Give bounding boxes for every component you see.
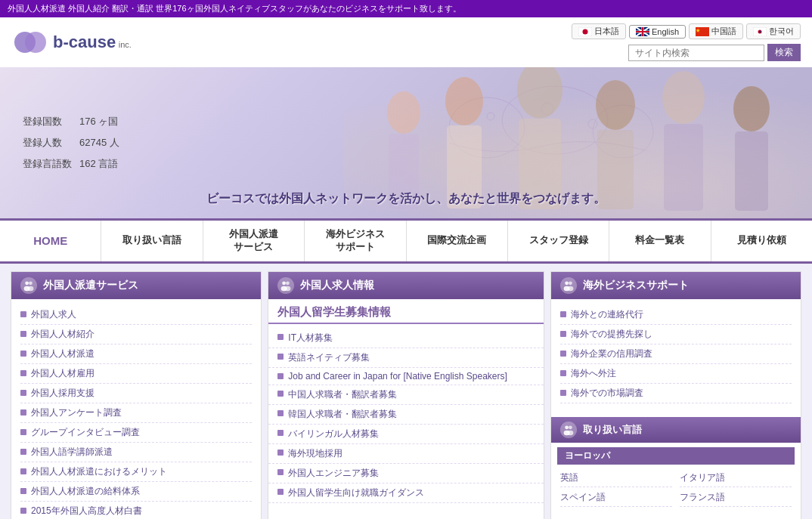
col-bizsupp-body: 海外との連絡代行 海外での提携先探し 海外企業の信用調査 海外へ外注 海外での市… (551, 299, 801, 409)
header: b-cause inc. 日本語 (0, 17, 812, 67)
flag-jp (578, 27, 592, 36)
nav-pricing[interactable]: 料金一覧表 (609, 221, 711, 261)
hero-text: ビーコスでは外国人ネットワークを活かし、あなたと世界をつなげます。 (206, 191, 606, 207)
col-right: 海外ビジネスサポート 海外との連絡代行 海外での提携先探し 海外企業の信用調査 … (550, 271, 801, 519)
search-input[interactable] (628, 45, 764, 61)
header-right: 日本語 English (572, 23, 801, 61)
mid-section-title: 外国人留学生募集情報 (268, 299, 543, 324)
svg-point-45 (567, 286, 573, 291)
nav-home[interactable]: HOME (0, 221, 101, 261)
lang-kr[interactable]: 한국어 (746, 23, 801, 39)
svg-rect-10 (636, 31, 649, 32)
col-dispatch-header: 外国人派遣サービス (11, 272, 261, 299)
svg-point-37 (27, 286, 33, 291)
lang-cn[interactable]: 中国語 (689, 23, 743, 39)
col-bizsupp-header: 海外ビジネスサポート (551, 272, 801, 299)
svg-point-24 (445, 77, 483, 125)
mid-list-item[interactable]: 中国人求職者・翻訳者募集 (268, 385, 543, 405)
svg-point-3 (582, 29, 587, 34)
lang-grid: 英語 イタリア語 スペイン語 フランス語 (551, 468, 801, 508)
mid-list-item[interactable]: 海外現地採用 (268, 444, 543, 464)
mid-list-item[interactable]: 英語ネイティブ募集 (268, 348, 543, 368)
lang-item[interactable]: 英語 (560, 469, 672, 487)
list-item[interactable]: 外国人人材雇用 (20, 364, 252, 384)
main-content: 外国人派遣サービス 外国人求人 外国人人材紹介 外国人人材派遣 外国人人材雇用 … (0, 264, 812, 519)
stat-row-people: 登録人数 62745 人 (23, 132, 127, 153)
svg-point-42 (565, 281, 569, 285)
list-item[interactable]: 外国人人材紹介 (20, 325, 252, 344)
svg-point-22 (387, 91, 420, 134)
svg-rect-31 (664, 124, 703, 211)
region-title: ヨーロッパ (557, 447, 795, 465)
lang-bar: 日本語 English (572, 23, 801, 39)
flag-en (636, 27, 649, 36)
list-item[interactable]: 外国人語学講師派遣 (20, 443, 252, 462)
list-item[interactable]: 海外での市場調査 (560, 384, 792, 403)
stat-row-languages: 登録言語数 162 言語 (23, 153, 127, 175)
col-dispatch: 外国人派遣サービス 外国人求人 外国人人材紹介 外国人人材派遣 外国人人材雇用 … (11, 271, 262, 519)
recruitment-icon (277, 277, 294, 294)
nav-business[interactable]: 海外ビジネス サポート (305, 221, 406, 261)
svg-point-34 (25, 281, 29, 285)
list-item[interactable]: 外国人求人 (20, 305, 252, 325)
dispatch-icon (20, 277, 37, 294)
mid-list-item[interactable]: IT人材募集 (268, 329, 543, 348)
svg-point-35 (29, 281, 33, 285)
search-button[interactable]: 検索 (767, 44, 801, 61)
list-item[interactable]: 海外との連絡代行 (560, 305, 792, 325)
svg-point-46 (565, 425, 569, 429)
mid-list-item[interactable]: バイリンガル人材募集 (268, 425, 543, 444)
lang-item[interactable]: フランス語 (680, 489, 792, 507)
bizsupp-icon (560, 277, 577, 294)
svg-point-41 (285, 286, 291, 291)
col-recruitment-header: 外国人求人情報 (268, 272, 543, 299)
logo-icon (11, 27, 49, 57)
hero: 登録国数 176 ヶ国 登録人数 62745 人 登録言語数 162 言語 ビー… (0, 67, 812, 218)
top-banner: 外国人人材派遣 外国人紹介 翻訳・通訳 世界176ヶ国外国人ネイティブスタッフが… (0, 0, 812, 17)
mid-list-item[interactable]: 韓国人求職者・翻訳者募集 (268, 405, 543, 425)
mid-list-item[interactable]: 外国人留学生向け就職ガイダンス (268, 483, 543, 503)
svg-point-47 (569, 425, 572, 429)
svg-point-30 (662, 71, 705, 124)
nav-quote[interactable]: 見積り依頼 (711, 221, 812, 261)
svg-point-28 (596, 80, 635, 130)
lang-jp[interactable]: 日本語 (572, 23, 626, 39)
svg-point-1 (25, 32, 46, 53)
mid-list-item[interactable]: 外国人エンジニア募集 (268, 464, 543, 483)
list-item[interactable]: 外国人人材派遣の給料体系 (20, 482, 252, 502)
main-nav: HOME 取り扱い言語 外国人派遣 サービス 海外ビジネス サポート 国際交流企… (0, 218, 812, 264)
list-item[interactable]: 海外へ外注 (560, 364, 792, 384)
svg-point-38 (283, 281, 287, 285)
nav-staff[interactable]: スタッフ登録 (508, 221, 609, 261)
lang-item[interactable]: スペイン語 (560, 489, 672, 507)
list-item[interactable]: 外国人人材派遣 (20, 344, 252, 364)
mid-list-item[interactable]: Job and Career in Japan for [Native Engl… (268, 368, 543, 385)
list-item[interactable]: グループインタビュー調査 (20, 423, 252, 443)
list-item[interactable]: 外国人アンケート調査 (20, 403, 252, 423)
flag-cn (696, 27, 709, 36)
svg-point-39 (286, 281, 290, 285)
lang-item[interactable]: イタリア語 (680, 469, 792, 487)
logo-text: b-cause (53, 32, 116, 51)
svg-rect-33 (735, 131, 768, 211)
nav-exchange[interactable]: 国際交流企画 (407, 221, 508, 261)
stat-row-countries: 登録国数 176 ヶ国 (23, 111, 127, 132)
logo-area: b-cause inc. (11, 27, 132, 57)
svg-rect-11 (696, 27, 709, 36)
svg-point-26 (517, 67, 563, 119)
list-item[interactable]: 2015年外国人高度人材白書 (20, 502, 252, 519)
lang-en[interactable]: English (629, 25, 686, 39)
svg-point-49 (567, 431, 573, 435)
list-item[interactable]: 海外企業の信用調査 (560, 344, 792, 364)
nav-languages[interactable]: 取り扱い言語 (101, 221, 203, 261)
flag-kr (753, 27, 767, 36)
list-item[interactable]: 外国人人材派遣におけるメリット (20, 462, 252, 482)
lang-subheader-icon (560, 422, 577, 438)
lang-subheader: 取り扱い言語 (551, 417, 801, 443)
list-item[interactable]: 海外での提携先探し (560, 325, 792, 344)
logo-inc: inc. (119, 40, 132, 49)
svg-point-43 (569, 281, 572, 285)
nav-dispatch[interactable]: 外国人派遣 サービス (203, 221, 305, 261)
col-recruitment: 外国人求人情報 外国人留学生募集情報 IT人材募集 英語ネイティブ募集 Job … (268, 271, 544, 519)
list-item[interactable]: 外国人採用支援 (20, 384, 252, 403)
